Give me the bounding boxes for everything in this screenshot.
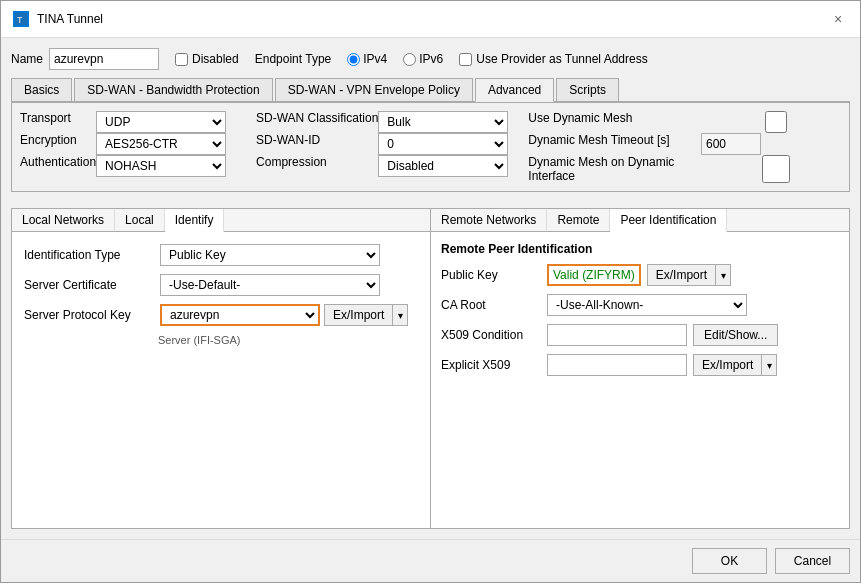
svg-text:T: T (17, 15, 23, 25)
top-bar: Name Disabled Endpoint Type IPv4 IPv6 Us… (11, 48, 850, 70)
app-icon: T (13, 11, 29, 27)
tab-peer-identification[interactable]: Peer Identification (610, 209, 727, 232)
disabled-checkbox-label[interactable]: Disabled (175, 52, 239, 66)
name-label: Name (11, 52, 43, 66)
auth-select[interactable]: NOHASH (96, 155, 226, 177)
left-panel: Local Networks Local Identify Identifica… (11, 208, 431, 529)
dynamic-mesh-timeout-input[interactable] (701, 133, 761, 155)
name-field-group: Name (11, 48, 159, 70)
id-type-label: Identification Type (24, 248, 154, 262)
tab-remote[interactable]: Remote (547, 209, 610, 231)
tab-local[interactable]: Local (115, 209, 165, 231)
public-key-group: Valid (ZIFYRM) Ex/Import ▾ (547, 264, 731, 286)
tab-basics[interactable]: Basics (11, 78, 72, 101)
ipv4-radio-label[interactable]: IPv4 (347, 52, 387, 66)
encryption-label: Encryption (20, 133, 96, 155)
server-protocol-key-select[interactable]: azurevpn (160, 304, 320, 326)
dynamic-mesh-interface-checkbox[interactable] (711, 155, 841, 183)
ca-root-select[interactable]: -Use-All-Known- (547, 294, 747, 316)
dynamic-mesh-timeout-label: Dynamic Mesh Timeout [s] (528, 133, 701, 155)
dynamic-mesh-interface-label: Dynamic Mesh on Dynamic Interface (528, 155, 701, 183)
explicit-x509-ex-import-button[interactable]: Ex/Import (693, 354, 761, 376)
sdwan-class-select[interactable]: Bulk (378, 111, 508, 133)
ipv4-label: IPv4 (363, 52, 387, 66)
ipv6-radio-label[interactable]: IPv6 (403, 52, 443, 66)
remote-peer-title: Remote Peer Identification (441, 242, 839, 256)
main-tabs: Basics SD-WAN - Bandwidth Protection SD-… (11, 78, 850, 102)
ex-import-btn-group: Ex/Import ▾ (324, 304, 408, 326)
tab-sdwan-vpn[interactable]: SD-WAN - VPN Envelope Policy (275, 78, 473, 101)
sdwan-class-label: SD-WAN Classification (256, 111, 378, 133)
ex-import-main-button[interactable]: Ex/Import (324, 304, 392, 326)
left-panel-content: Identification Type Public Key Server Ce… (12, 232, 430, 528)
public-key-ex-import-group: Ex/Import ▾ (647, 264, 731, 286)
id-type-select[interactable]: Public Key (160, 244, 380, 266)
public-key-row: Public Key Valid (ZIFYRM) Ex/Import ▾ (441, 264, 839, 286)
ipv4-radio[interactable] (347, 53, 360, 66)
tab-identify[interactable]: Identify (165, 209, 225, 232)
ca-root-label: CA Root (441, 298, 541, 312)
ex-import-arrow-button[interactable]: ▾ (392, 304, 408, 326)
public-key-label: Public Key (441, 268, 541, 282)
main-window: T TINA Tunnel × Name Disabled Endpoint T… (0, 0, 861, 583)
ipv6-label: IPv6 (419, 52, 443, 66)
server-cert-row: Server Certificate -Use-Default- (24, 274, 418, 296)
use-dynamic-mesh-label: Use Dynamic Mesh (528, 111, 701, 133)
use-provider-text: Use Provider as Tunnel Address (476, 52, 647, 66)
explicit-x509-ex-import-group: Ex/Import ▾ (693, 354, 777, 376)
compression-select[interactable]: Disabled (378, 155, 508, 177)
explicit-x509-label: Explicit X509 (441, 358, 541, 372)
server-protocol-key-row: Server Protocol Key azurevpn Ex/Import ▾ (24, 304, 418, 326)
title-bar: T TINA Tunnel × (1, 1, 860, 38)
disabled-checkbox[interactable] (175, 53, 188, 66)
server-protocol-key-group: azurevpn Ex/Import ▾ (160, 304, 408, 326)
use-provider-label[interactable]: Use Provider as Tunnel Address (459, 52, 647, 66)
explicit-x509-ex-import-arrow[interactable]: ▾ (761, 354, 777, 376)
name-input[interactable] (49, 48, 159, 70)
edit-show-button[interactable]: Edit/Show... (693, 324, 778, 346)
sdwan-id-label: SD-WAN-ID (256, 133, 378, 155)
tabs-section: Basics SD-WAN - Bandwidth Protection SD-… (11, 78, 850, 200)
id-type-row: Identification Type Public Key (24, 244, 418, 266)
close-button[interactable]: × (828, 9, 848, 29)
right-panel-tabs: Remote Networks Remote Peer Identificati… (431, 209, 849, 232)
remote-peer-section: Remote Peer Identification Public Key Va… (431, 232, 849, 394)
ca-root-row: CA Root -Use-All-Known- (441, 294, 839, 316)
x509-condition-input[interactable] (547, 324, 687, 346)
tab-local-networks[interactable]: Local Networks (12, 209, 115, 231)
ipv6-radio[interactable] (403, 53, 416, 66)
explicit-x509-input[interactable] (547, 354, 687, 376)
encryption-select[interactable]: AES256-CTR (96, 133, 226, 155)
endpoint-type-label: Endpoint Type (255, 52, 332, 66)
window-title: TINA Tunnel (37, 12, 103, 26)
public-key-value: Valid (ZIFYRM) (547, 264, 641, 286)
ok-button[interactable]: OK (692, 548, 767, 574)
public-key-ex-import-button[interactable]: Ex/Import (647, 264, 715, 286)
tab-sdwan-bw[interactable]: SD-WAN - Bandwidth Protection (74, 78, 272, 101)
x509-condition-row: X509 Condition Edit/Show... (441, 324, 839, 346)
x509-condition-label: X509 Condition (441, 328, 541, 342)
tab-scripts[interactable]: Scripts (556, 78, 619, 101)
disabled-label: Disabled (192, 52, 239, 66)
server-cert-select[interactable]: -Use-Default- (160, 274, 380, 296)
use-provider-checkbox[interactable] (459, 53, 472, 66)
auth-label: Authentication (20, 155, 96, 183)
cancel-button[interactable]: Cancel (775, 548, 850, 574)
use-dynamic-mesh-checkbox[interactable] (711, 111, 841, 133)
server-protocol-key-label: Server Protocol Key (24, 308, 154, 322)
main-panels: Local Networks Local Identify Identifica… (11, 208, 850, 529)
explicit-x509-row: Explicit X509 Ex/Import ▾ (441, 354, 839, 376)
server-hint: Server (IFI-SGA) (158, 334, 418, 346)
public-key-ex-import-arrow[interactable]: ▾ (715, 264, 731, 286)
tab-remote-networks[interactable]: Remote Networks (431, 209, 547, 231)
title-bar-left: T TINA Tunnel (13, 11, 103, 27)
server-cert-label: Server Certificate (24, 278, 154, 292)
right-panel: Remote Networks Remote Peer Identificati… (431, 208, 850, 529)
transport-select[interactable]: UDP (96, 111, 226, 133)
tab-advanced[interactable]: Advanced (475, 78, 554, 102)
transport-label: Transport (20, 111, 96, 133)
compression-label: Compression (256, 155, 378, 183)
sdwan-id-select[interactable]: 0 (378, 133, 508, 155)
window-content: Name Disabled Endpoint Type IPv4 IPv6 Us… (1, 38, 860, 539)
bottom-buttons: OK Cancel (1, 539, 860, 582)
